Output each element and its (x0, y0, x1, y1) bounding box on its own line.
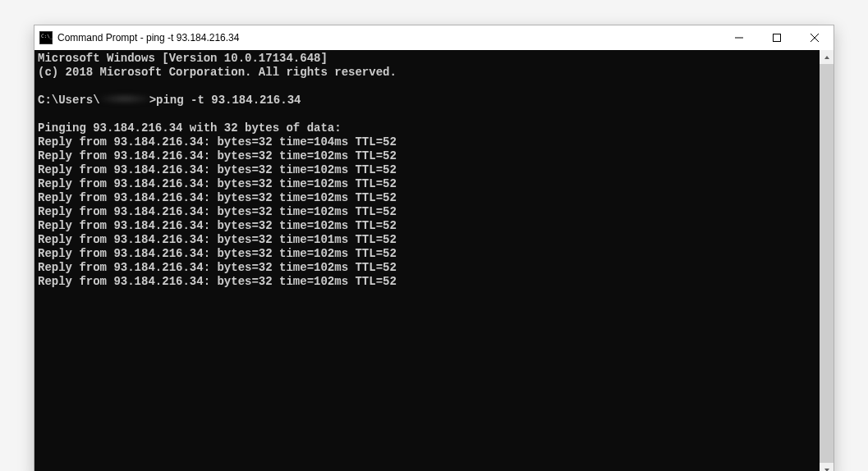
close-icon (811, 34, 819, 42)
scroll-thumb[interactable] (820, 64, 834, 463)
minimize-icon (735, 34, 743, 42)
terminal-output[interactable]: Microsoft Windows [Version 10.0.17134.64… (34, 50, 820, 471)
ping-reply-line: Reply from 93.184.216.34: bytes=32 time=… (38, 275, 397, 288)
window-controls (720, 25, 834, 50)
maximize-button[interactable] (758, 25, 796, 50)
banner-line: (c) 2018 Microsoft Corporation. All righ… (38, 66, 397, 79)
ping-reply-line: Reply from 93.184.216.34: bytes=32 time=… (38, 219, 397, 232)
ping-reply-line: Reply from 93.184.216.34: bytes=32 time=… (38, 135, 397, 149)
scroll-up-button[interactable] (820, 50, 834, 64)
window-title: Command Prompt - ping -t 93.184.216.34 (57, 32, 720, 43)
ping-reply-line: Reply from 93.184.216.34: bytes=32 time=… (38, 163, 397, 176)
command-prompt-window: Command Prompt - ping -t 93.184.216.34 M… (34, 25, 834, 471)
banner-line: Microsoft Windows [Version 10.0.17134.64… (38, 52, 328, 65)
maximize-icon (773, 34, 781, 42)
ping-reply-line: Reply from 93.184.216.34: bytes=32 time=… (38, 233, 397, 246)
close-button[interactable] (796, 25, 834, 50)
svg-rect-1 (774, 34, 781, 42)
chevron-up-icon (824, 54, 830, 61)
ping-reply-line: Reply from 93.184.216.34: bytes=32 time=… (38, 247, 397, 260)
typed-command: ping -t 93.184.216.34 (156, 94, 301, 107)
ping-reply-line: Reply from 93.184.216.34: bytes=32 time=… (38, 191, 397, 204)
ping-header: Pinging 93.184.216.34 with 32 bytes of d… (38, 121, 342, 135)
ping-reply-line: Reply from 93.184.216.34: bytes=32 time=… (38, 177, 397, 190)
prompt-suffix: > (149, 94, 156, 107)
ping-reply-line: Reply from 93.184.216.34: bytes=32 time=… (38, 205, 397, 218)
svg-marker-4 (824, 56, 829, 59)
cmd-icon (39, 31, 53, 44)
titlebar[interactable]: Command Prompt - ping -t 93.184.216.34 (34, 25, 834, 50)
terminal-area: Microsoft Windows [Version 10.0.17134.64… (34, 50, 834, 471)
chevron-down-icon (824, 467, 830, 472)
ping-reply-line: Reply from 93.184.216.34: bytes=32 time=… (38, 149, 397, 162)
svg-marker-5 (824, 469, 829, 472)
ping-reply-line: Reply from 93.184.216.34: bytes=32 time=… (38, 261, 397, 274)
username-redacted (100, 94, 149, 104)
vertical-scrollbar[interactable] (820, 50, 834, 471)
prompt-prefix: C:\Users\ (38, 94, 100, 107)
scroll-down-button[interactable] (820, 463, 834, 471)
minimize-button[interactable] (720, 25, 758, 50)
